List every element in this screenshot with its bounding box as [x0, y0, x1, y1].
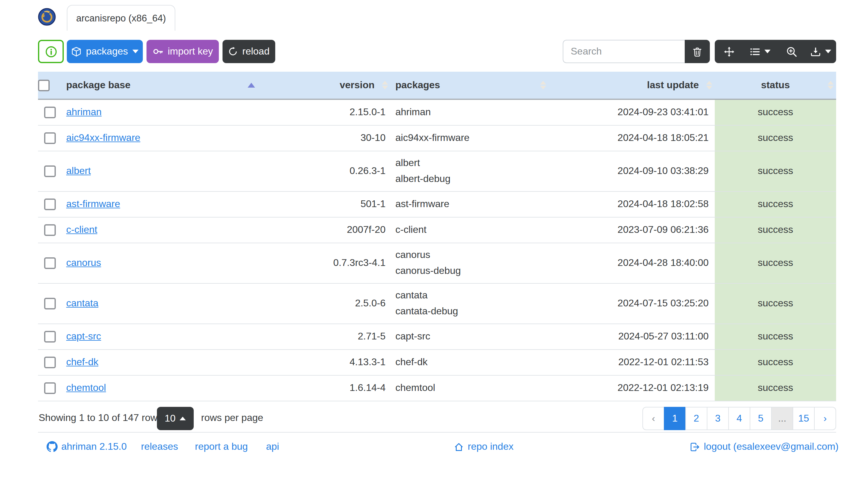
- table-tools: [563, 40, 836, 63]
- packages-dropdown-button[interactable]: packages: [67, 40, 143, 63]
- page-size-dropdown[interactable]: 10: [157, 407, 194, 430]
- repository-tab[interactable]: arcanisrepo (x86_64): [67, 5, 175, 31]
- row-checkbox[interactable]: [44, 257, 56, 269]
- last-update-cell: 2024-09-10 03:38:29: [549, 151, 715, 191]
- package-base-link[interactable]: cantata: [66, 298, 98, 308]
- select-all-checkbox[interactable]: [38, 79, 50, 91]
- search-input[interactable]: [563, 40, 685, 63]
- toolbar: packages import key reload: [38, 40, 836, 63]
- page-size-value: 10: [164, 413, 176, 424]
- app-version-link[interactable]: ahriman 2.15.0: [46, 441, 127, 452]
- report-bug-link[interactable]: report a bug: [195, 441, 248, 452]
- toggle-columns-button[interactable]: [743, 40, 777, 63]
- version-cell: 0.7.3rc3-4.1: [260, 243, 391, 283]
- package-base-link[interactable]: c-client: [66, 224, 97, 235]
- packages-button-label: packages: [86, 46, 128, 57]
- row-checkbox[interactable]: [44, 165, 56, 177]
- key-icon: [152, 46, 163, 57]
- column-header-last-update[interactable]: last update: [549, 72, 715, 99]
- packages-table: package base version packages last updat…: [38, 72, 836, 401]
- status-cell: success: [715, 243, 836, 283]
- packages-cell: c-client: [391, 217, 549, 243]
- row-count-summary: Showing 1 to 10 of 147 rows: [39, 412, 162, 423]
- logout-link[interactable]: logout (esalexeev@gmail.com): [690, 441, 839, 452]
- row-checkbox[interactable]: [44, 224, 56, 235]
- reload-button[interactable]: reload: [222, 40, 275, 63]
- page-button-dots: ...: [771, 407, 793, 430]
- zoom-in-icon: [786, 46, 797, 57]
- table-row: capt-src 2.71-5 capt-src 2024-05-27 03:1…: [38, 323, 836, 349]
- logout-icon: [690, 442, 700, 452]
- package-base-link[interactable]: albert: [66, 165, 91, 176]
- page-button-15[interactable]: 15: [793, 407, 815, 430]
- last-update-cell: 2024-04-18 18:05:21: [549, 125, 715, 151]
- column-header-version[interactable]: version: [260, 72, 391, 99]
- row-checkbox[interactable]: [44, 382, 56, 394]
- import-key-button-label: import key: [168, 46, 213, 57]
- package-base-link[interactable]: chemtool: [66, 382, 106, 393]
- version-cell: 2.15.0-1: [260, 99, 391, 125]
- info-button[interactable]: [38, 40, 64, 63]
- column-header-status[interactable]: status: [715, 72, 836, 99]
- packages-cell: canoruscanorus-debug: [391, 243, 549, 283]
- version-cell: 1.6.14-4: [260, 375, 391, 401]
- page-button-active[interactable]: 1: [664, 407, 686, 430]
- row-checkbox[interactable]: [44, 330, 56, 342]
- version-cell: 501-1: [260, 191, 391, 217]
- page-button-4[interactable]: 4: [728, 407, 750, 430]
- version-cell: 30-10: [260, 125, 391, 151]
- page-button-5[interactable]: 5: [750, 407, 772, 430]
- status-cell: success: [715, 283, 836, 323]
- table-row: ast-firmware 501-1 ast-firmware 2024-04-…: [38, 191, 836, 217]
- table-body: ahriman 2.15.0-1 ahriman 2024-09-23 03:4…: [38, 99, 836, 401]
- last-update-cell: 2024-04-28 18:40:00: [549, 243, 715, 283]
- last-update-cell: 2022-12-01 02:11:53: [549, 349, 715, 375]
- status-cell: success: [715, 125, 836, 151]
- row-checkbox[interactable]: [44, 297, 56, 309]
- row-checkbox[interactable]: [44, 107, 56, 118]
- packages-cell: ahriman: [391, 99, 549, 125]
- package-base-link[interactable]: canorus: [66, 257, 101, 268]
- column-header-package-base[interactable]: package base: [61, 72, 260, 99]
- fullscreen-button[interactable]: [715, 40, 743, 63]
- clear-search-button[interactable]: [685, 40, 710, 63]
- status-cell: success: [715, 217, 836, 243]
- footer-divider: [38, 432, 836, 432]
- page-button-2[interactable]: 2: [685, 407, 707, 430]
- caret-down-icon: [132, 50, 138, 53]
- table-row: albert 0.26.3-1 albertalbert-debug 2024-…: [38, 151, 836, 191]
- table-header-row: package base version packages last updat…: [38, 72, 836, 99]
- package-base-link[interactable]: chef-dk: [66, 357, 98, 367]
- ahriman-web-ui: arcanisrepo (x86_64) packages import key: [0, 0, 868, 481]
- trash-icon: [692, 46, 703, 57]
- row-checkbox[interactable]: [44, 356, 56, 368]
- package-base-link[interactable]: aic94xx-firmware: [66, 132, 141, 143]
- table-row: chef-dk 4.13.3-1 chef-dk 2022-12-01 02:1…: [38, 349, 836, 375]
- repo-index-link[interactable]: repo index: [454, 441, 514, 452]
- version-cell: 4.13.3-1: [260, 349, 391, 375]
- sort-icon: [540, 81, 546, 90]
- api-link[interactable]: api: [266, 441, 279, 452]
- table-icon-group: [715, 40, 836, 63]
- reload-button-label: reload: [242, 46, 270, 57]
- version-cell: 0.26.3-1: [260, 151, 391, 191]
- zoom-button[interactable]: [777, 40, 805, 63]
- last-update-cell: 2024-09-23 03:41:01: [549, 99, 715, 125]
- page-button-›[interactable]: ›: [814, 407, 836, 430]
- package-base-link[interactable]: ast-firmware: [66, 198, 120, 209]
- package-base-link[interactable]: capt-src: [66, 331, 101, 341]
- package-base-link[interactable]: ahriman: [66, 107, 102, 117]
- import-key-button[interactable]: import key: [147, 40, 219, 63]
- page-button-prev[interactable]: ‹: [643, 407, 664, 430]
- column-header-packages[interactable]: packages: [391, 72, 549, 99]
- caret-down-icon: [825, 50, 831, 53]
- list-columns-icon: [750, 46, 760, 57]
- status-cell: success: [715, 191, 836, 217]
- page-button-3[interactable]: 3: [707, 407, 729, 430]
- packages-cell: cantatacantata-debug: [391, 283, 549, 323]
- export-button[interactable]: [805, 40, 836, 63]
- row-checkbox[interactable]: [44, 198, 56, 210]
- releases-link[interactable]: releases: [141, 441, 178, 452]
- row-checkbox[interactable]: [44, 132, 56, 144]
- last-update-cell: 2023-07-09 06:21:36: [549, 217, 715, 243]
